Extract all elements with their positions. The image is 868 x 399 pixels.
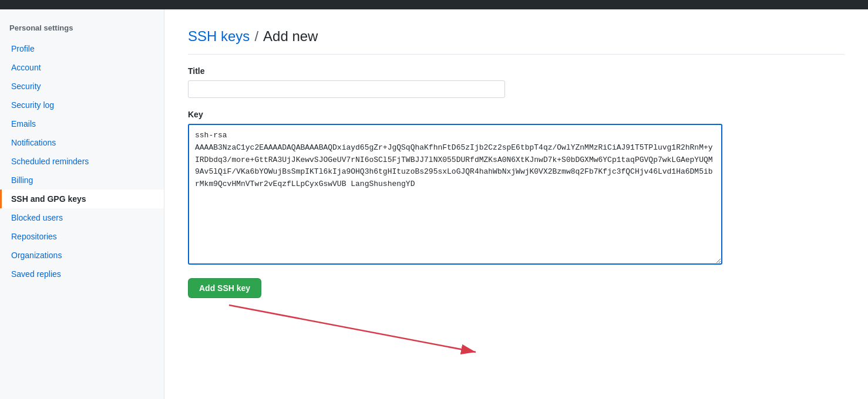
key-textarea[interactable]: [188, 124, 722, 265]
sidebar-item-security-log[interactable]: Security log: [0, 96, 164, 114]
breadcrumb-separator: /: [254, 28, 258, 45]
sidebar-header: Personal settings: [0, 19, 164, 39]
sidebar-item-saved-replies[interactable]: Saved replies: [0, 265, 164, 283]
sidebar-item-security[interactable]: Security: [0, 77, 164, 96]
page-title: SSH keys / Add new: [188, 28, 845, 55]
breadcrumb-ssh-keys-link[interactable]: SSH keys: [188, 28, 250, 45]
sidebar-item-account[interactable]: Account: [0, 58, 164, 77]
annotation-arrow: [223, 299, 493, 358]
sidebar-item-profile[interactable]: Profile: [0, 39, 164, 58]
main-content: SSH keys / Add new Title Key Add SSH key: [164, 9, 868, 399]
key-form-group: Key: [188, 110, 845, 266]
breadcrumb-current: Add new: [263, 28, 318, 45]
button-area: Add SSH key: [188, 278, 261, 298]
key-label: Key: [188, 110, 845, 119]
title-label: Title: [188, 66, 845, 76]
top-navigation-bar: [0, 0, 868, 9]
add-ssh-key-button[interactable]: Add SSH key: [188, 278, 261, 298]
sidebar-item-emails[interactable]: Emails: [0, 114, 164, 133]
sidebar-item-scheduled-reminders[interactable]: Scheduled reminders: [0, 152, 164, 171]
sidebar: Personal settings Profile Account Securi…: [0, 9, 164, 399]
title-input[interactable]: [188, 80, 505, 98]
sidebar-item-blocked-users[interactable]: Blocked users: [0, 208, 164, 227]
title-form-group: Title: [188, 66, 845, 98]
sidebar-item-billing[interactable]: Billing: [0, 171, 164, 190]
svg-line-1: [229, 305, 476, 352]
sidebar-item-ssh-gpg-keys[interactable]: SSH and GPG keys: [0, 190, 164, 208]
sidebar-item-repositories[interactable]: Repositories: [0, 227, 164, 246]
sidebar-item-notifications[interactable]: Notifications: [0, 133, 164, 152]
sidebar-item-organizations[interactable]: Organizations: [0, 246, 164, 265]
